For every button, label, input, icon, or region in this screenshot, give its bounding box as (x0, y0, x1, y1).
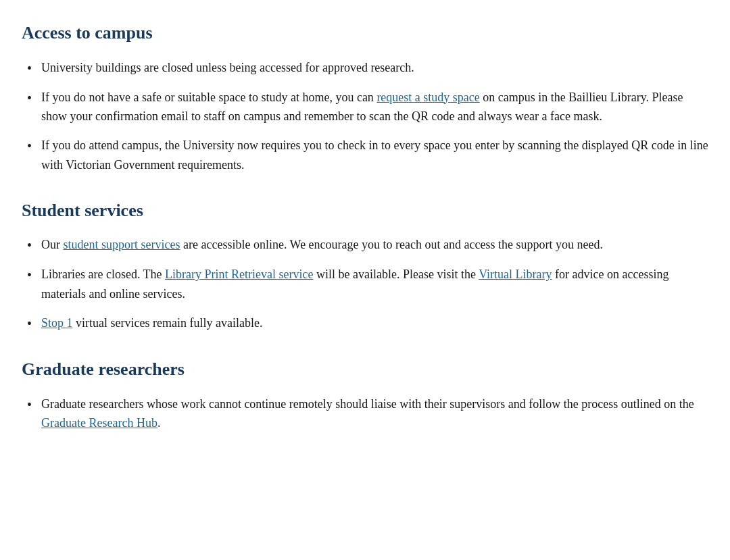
section-graduate-researchers: Graduate researchersGraduate researchers… (22, 355, 708, 433)
section-list-student-services: Our student support services are accessi… (22, 235, 708, 334)
list-item-text: Stop 1 virtual services remain fully ava… (41, 313, 708, 333)
section-list-access-to-campus: University buildings are closed unless b… (22, 58, 708, 175)
link-request-a-study-space[interactable]: request a study space (376, 91, 479, 104)
list-item-text: If you do attend campus, the University … (41, 136, 708, 175)
list-item: Our student support services are accessi… (22, 235, 708, 255)
section-title-student-services: Student services (22, 197, 708, 225)
section-title-graduate-researchers: Graduate researchers (22, 355, 708, 384)
list-item: If you do attend campus, the University … (22, 136, 708, 175)
list-item-text: University buildings are closed unless b… (41, 58, 708, 78)
list-item: Graduate researchers whose work cannot c… (22, 394, 708, 434)
link-library-print-retrieval-service[interactable]: Library Print Retrieval service (165, 268, 313, 281)
list-item-text: Our student support services are accessi… (41, 235, 708, 255)
list-item: If you do not have a safe or suitable sp… (22, 88, 708, 127)
link-student-support-services[interactable]: student support services (64, 238, 180, 251)
list-item-text: Libraries are closed. The Library Print … (41, 265, 708, 304)
list-item: Stop 1 virtual services remain fully ava… (22, 313, 708, 334)
link-virtual-library[interactable]: Virtual Library (479, 268, 552, 281)
section-student-services: Student servicesOur student support serv… (22, 197, 708, 334)
list-item: Libraries are closed. The Library Print … (22, 265, 708, 304)
list-item: University buildings are closed unless b… (22, 58, 708, 78)
link-graduate-research-hub[interactable]: Graduate Research Hub (41, 416, 157, 430)
section-access-to-campus: Access to campusUniversity buildings are… (22, 19, 708, 175)
list-item-text: Graduate researchers whose work cannot c… (41, 394, 708, 434)
link-stop-1[interactable]: Stop 1 (41, 316, 73, 330)
section-list-graduate-researchers: Graduate researchers whose work cannot c… (22, 394, 708, 434)
list-item-text: If you do not have a safe or suitable sp… (41, 88, 708, 127)
section-title-access-to-campus: Access to campus (22, 19, 708, 47)
page-content: Access to campusUniversity buildings are… (22, 19, 708, 433)
